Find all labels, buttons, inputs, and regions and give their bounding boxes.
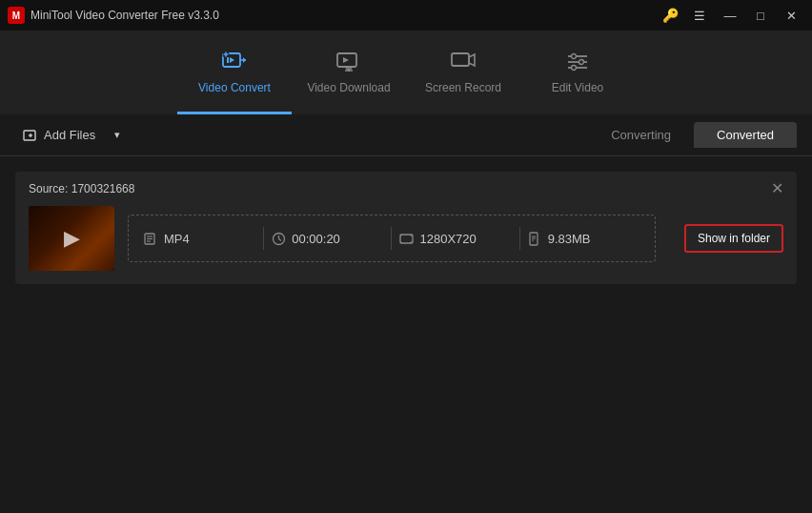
svg-point-21 [572, 65, 577, 70]
svg-marker-6 [230, 57, 234, 63]
play-icon: ▶ [64, 226, 80, 251]
svg-text:M: M [12, 10, 20, 21]
source-label: Source: [29, 182, 68, 195]
nav-video-convert-label: Video Convert [198, 81, 271, 94]
add-files-label: Add Files [44, 128, 95, 142]
minimize-button[interactable]: — [717, 6, 743, 25]
svg-point-19 [572, 53, 577, 58]
source-value: 1700321668 [71, 182, 135, 195]
nav-item-video-download[interactable]: Video Download [292, 31, 406, 114]
filesize-icon [528, 232, 542, 246]
title-bar-left: M MiniTool Video Converter Free v3.3.0 [8, 7, 219, 24]
resolution-field: 1280X720 [399, 232, 511, 246]
nav-item-edit-video[interactable]: Edit Video [520, 31, 635, 114]
thumbnail-overlay: ▶ [29, 206, 114, 271]
title-bar-controls: 🔑 ☰ — □ ✕ [662, 6, 804, 25]
item-header: Source: 1700321668 ✕ [29, 181, 783, 196]
close-item-button[interactable]: ✕ [771, 181, 783, 196]
nav-video-download-label: Video Download [307, 81, 390, 94]
duration-icon [272, 232, 286, 246]
svg-rect-14 [452, 53, 469, 66]
app-title: MiniTool Video Converter Free v3.3.0 [30, 9, 219, 22]
nav-item-video-convert[interactable]: Video Convert [177, 31, 292, 114]
screen-record-icon [450, 49, 477, 75]
svg-point-20 [579, 59, 584, 64]
item-source: Source: 1700321668 [29, 182, 134, 195]
edit-video-icon [564, 49, 591, 75]
video-thumbnail: ▶ [29, 206, 114, 271]
filesize-value: 9.83MB [548, 232, 591, 246]
show-in-folder-button[interactable]: Show in folder [684, 224, 783, 253]
converted-item-card: Source: 1700321668 ✕ ▶ [15, 172, 797, 284]
separator-3 [519, 227, 520, 250]
maximize-button[interactable]: □ [747, 6, 774, 25]
resolution-icon [399, 232, 414, 246]
video-download-icon [335, 49, 362, 75]
svg-rect-5 [227, 57, 229, 63]
add-files-dropdown-button[interactable]: ▾ [111, 125, 124, 145]
menu-button[interactable]: ☰ [686, 6, 713, 25]
format-value: MP4 [164, 232, 190, 246]
filesize-field: 9.83MB [528, 232, 639, 246]
video-convert-icon [221, 49, 248, 75]
add-files-icon [23, 128, 38, 143]
nav-edit-video-label: Edit Video [552, 81, 604, 94]
tab-converting[interactable]: Converting [588, 122, 694, 148]
toolbar: Add Files ▾ Converting Converted [0, 114, 812, 156]
svg-marker-11 [343, 57, 349, 63]
format-icon [144, 232, 158, 246]
add-files-button[interactable]: Add Files [15, 124, 103, 147]
svg-line-31 [279, 238, 282, 240]
duration-field: 00:00:20 [272, 232, 383, 246]
separator-2 [391, 227, 392, 250]
nav-bar: Video Convert Video Download Screen Reco… [0, 31, 812, 114]
format-field: MP4 [144, 232, 255, 246]
separator-1 [263, 227, 264, 250]
main-content: Source: 1700321668 ✕ ▶ [0, 156, 812, 513]
key-icon[interactable]: 🔑 [662, 8, 679, 23]
nav-screen-record-label: Screen Record [425, 81, 501, 94]
item-info-box: MP4 00:00:20 [128, 215, 656, 262]
resolution-value: 1280X720 [419, 232, 476, 246]
title-bar: M MiniTool Video Converter Free v3.3.0 🔑… [0, 0, 812, 31]
close-button[interactable]: ✕ [778, 6, 804, 25]
nav-item-screen-record[interactable]: Screen Record [406, 31, 520, 114]
app-logo: M [8, 7, 25, 24]
tabs-container: Converting Converted [588, 122, 797, 148]
item-body: ▶ MP4 [29, 206, 783, 271]
tab-converted[interactable]: Converted [694, 122, 797, 148]
duration-value: 00:00:20 [292, 232, 340, 246]
